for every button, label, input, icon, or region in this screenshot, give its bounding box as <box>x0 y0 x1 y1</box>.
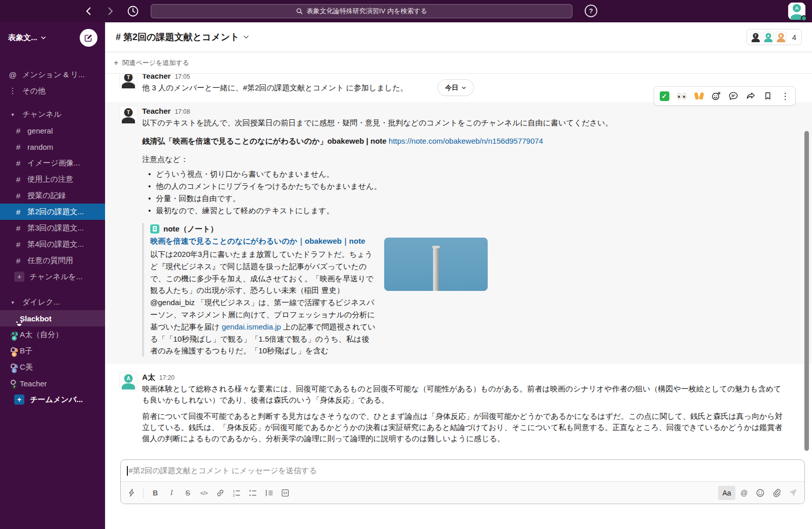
preview-title-link[interactable]: 映画を倍速で見ることのなにがわるいのか｜obakeweb｜note <box>150 235 376 247</box>
user-avatar[interactable]: A <box>788 3 805 20</box>
shortcuts-button[interactable] <box>124 486 139 500</box>
strikethrough-button[interactable]: S <box>180 486 195 500</box>
blockquote-button[interactable] <box>261 486 277 500</box>
message-timestamp[interactable]: 17:08 <box>175 107 190 117</box>
add-reaction-button[interactable] <box>707 88 725 104</box>
message-comment[interactable]: A A太 17:20 映画体験として総称される様々な要素には、回復可能であるもの… <box>105 368 812 448</box>
message-author[interactable]: Teacher <box>142 106 171 116</box>
reference-url-link[interactable]: https://note.com/obakeweb/n/n156d9577907… <box>389 137 543 145</box>
mention-button[interactable]: @ <box>736 486 752 500</box>
bold-button[interactable]: B <box>148 486 163 500</box>
code-button[interactable]: </> <box>196 486 212 500</box>
dm-label: C美 <box>20 362 33 372</box>
help-button[interactable]: ? <box>585 5 597 17</box>
sidebar-item-random[interactable]: #random <box>0 139 105 155</box>
bullet-icon: • <box>148 168 151 180</box>
sidebar-item-general[interactable]: #general <box>0 122 105 139</box>
member-count-button[interactable]: T A B 4 <box>747 29 802 45</box>
sidebar-item-slackbot[interactable]: Slackbot <box>0 310 105 326</box>
emoji-button[interactable] <box>753 486 768 500</box>
ordered-list-icon: 12 <box>232 488 241 498</box>
thread-bubble-icon <box>728 91 738 101</box>
more-actions-icon: ⋮ <box>781 91 790 102</box>
sidebar-item-mentions[interactable]: @ メンション & リ... <box>0 67 105 83</box>
channel-label: 任意の質問用 <box>27 256 73 266</box>
bookmarks-bar: + 関連ページを追加する <box>105 52 812 74</box>
dm-label: Teacher <box>20 379 47 388</box>
sidebar-item-dm-bko[interactable]: B B子 <box>0 343 105 359</box>
react-raised-hands-button[interactable] <box>690 88 707 104</box>
raised-hands-emoji-icon <box>695 92 703 100</box>
avatar[interactable]: T <box>119 74 138 89</box>
hash-icon: # <box>14 256 22 265</box>
blockquote-icon <box>264 488 274 498</box>
history-menu-button[interactable] <box>126 5 140 18</box>
history-forward-button[interactable] <box>105 6 115 16</box>
sidebar-item-dm-cmi[interactable]: C C美 <box>0 359 105 375</box>
dm-section-label: ダイレク... <box>22 297 60 307</box>
hash-icon: # <box>14 191 22 200</box>
hide-formatting-button[interactable]: Aa <box>718 486 735 500</box>
add-reaction-icon <box>711 91 721 101</box>
list-item: •最初なので、練習として軽めのテキストにします。 <box>142 205 784 217</box>
vertical-scrollbar[interactable] <box>804 131 809 451</box>
attachment-border <box>142 223 144 357</box>
message-timestamp[interactable]: 17:05 <box>175 74 190 82</box>
message-author[interactable]: Teacher <box>142 74 171 81</box>
channel-label: 授業の記録 <box>27 191 65 201</box>
sidebar-item-usage-notes[interactable]: #使用上の注意 <box>0 171 105 187</box>
sidebar-item-questions[interactable]: #任意の質問用 <box>0 252 105 269</box>
channels-section-header[interactable]: ▾ チャンネル <box>0 106 105 122</box>
message-assignment[interactable]: T Teacher 17:08 以下のテキストを読んで、次回授業日の前日までに感… <box>105 102 812 364</box>
sidebar-item-session4[interactable]: #第4回の課題文... <box>0 236 105 252</box>
text-cursor <box>127 466 128 476</box>
code-block-button[interactable] <box>278 486 293 500</box>
sidebar-item-session2-active[interactable]: #第2回の課題文... <box>0 204 105 220</box>
invite-teammates-button[interactable]: + チームメンバ... <box>0 391 105 408</box>
paperclip-icon <box>772 488 781 498</box>
share-message-button[interactable] <box>742 88 759 104</box>
sidebar-item-dm-teacher[interactable]: T Teacher <box>0 375 105 391</box>
message-author[interactable]: A太 <box>142 372 155 382</box>
formatting-toolbar: B I S </> 12 Aa @ <box>121 481 804 504</box>
reply-in-thread-button[interactable] <box>725 88 742 104</box>
preview-image-chimney[interactable] <box>384 238 488 291</box>
message-input[interactable]: #第2回の課題文献とコメント にメッセージを送信する <box>121 460 804 481</box>
eyes-emoji-icon <box>677 93 687 100</box>
ordered-list-button[interactable]: 12 <box>229 486 244 500</box>
react-white-check-mark-button[interactable]: ✓ <box>656 88 673 104</box>
add-channel-button[interactable]: + チャンネルを... <box>0 269 105 285</box>
react-eyes-button[interactable] <box>673 88 690 104</box>
plus-icon: + <box>14 272 24 282</box>
avatar[interactable]: T <box>119 106 138 124</box>
dm-section-header[interactable]: ▾ ダイレク... <box>0 294 105 310</box>
history-back-button[interactable] <box>84 6 94 16</box>
compose-icon <box>84 34 93 42</box>
sidebar-item-session3[interactable]: #第3回の課題文... <box>0 220 105 236</box>
composer: #第2回の課題文献とコメント にメッセージを送信する B I S </> 12 … <box>120 459 805 504</box>
link-button[interactable] <box>213 486 228 500</box>
message-timestamp[interactable]: 17:20 <box>159 373 175 383</box>
send-button[interactable] <box>785 486 800 500</box>
presence-offline-dot <box>11 363 16 369</box>
gendai-link[interactable]: gendai.ismedia.jp <box>222 322 281 331</box>
sidebar-item-class-records[interactable]: #授業の記録 <box>0 187 105 204</box>
invite-label: チームメンバ... <box>30 395 83 405</box>
sidebar-item-image[interactable]: #イメージ画像... <box>0 155 105 171</box>
white-check-mark-emoji-icon: ✓ <box>660 91 669 101</box>
channel-title[interactable]: # 第2回の課題文献とコメント <box>116 31 249 43</box>
search-input[interactable]: 表象文化論特殊研究演習IV 内を検索する <box>151 4 572 18</box>
date-divider-pill[interactable]: 今日 <box>437 79 474 96</box>
new-message-button[interactable] <box>80 29 97 47</box>
workspace-switcher[interactable]: 表象文... <box>8 33 46 43</box>
attach-file-button[interactable] <box>769 486 784 500</box>
sidebar-item-more[interactable]: ⋮ その他 <box>0 83 105 99</box>
italic-button[interactable]: I <box>164 486 179 500</box>
avatar[interactable]: A <box>119 372 138 390</box>
add-related-page-label: 関連ページを追加する <box>122 58 189 68</box>
save-for-later-button[interactable] <box>759 88 776 104</box>
more-actions-button[interactable]: ⋮ <box>776 88 794 104</box>
add-related-page-button[interactable]: + 関連ページを追加する <box>114 58 189 68</box>
sidebar-item-dm-ata[interactable]: A A太（自分） <box>0 326 105 343</box>
bullet-list-button[interactable] <box>245 486 260 500</box>
